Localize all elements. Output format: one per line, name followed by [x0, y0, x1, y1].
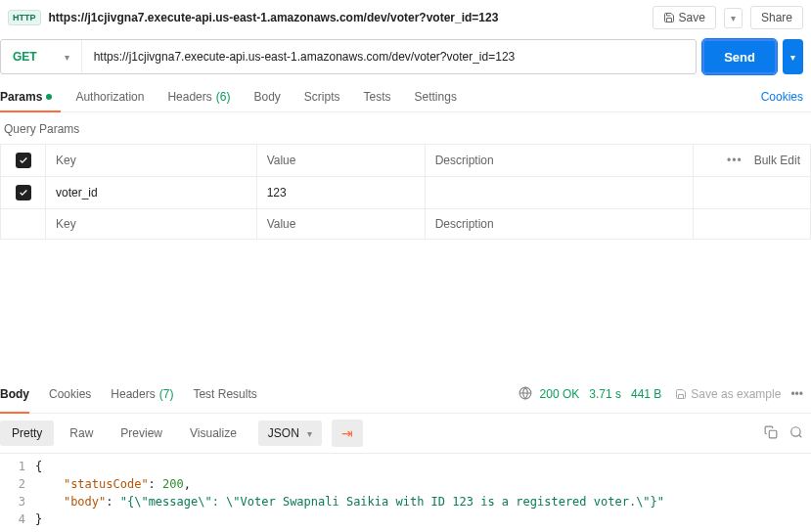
send-button[interactable]: Send: [702, 39, 777, 74]
tab-params-label: Params: [0, 90, 42, 104]
language-dropdown[interactable]: JSON▾: [258, 421, 322, 446]
save-icon: [675, 388, 687, 400]
response-tab-body[interactable]: Body: [0, 383, 29, 405]
col-desc: Description: [425, 145, 693, 177]
tab-params[interactable]: Params: [0, 82, 52, 111]
language-label: JSON: [268, 426, 299, 440]
param-value-placeholder[interactable]: Value: [256, 209, 425, 240]
method-selector[interactable]: GET ▾: [1, 40, 82, 73]
chevron-down-icon: ▾: [65, 52, 69, 63]
send-dropdown[interactable]: ▾: [783, 39, 803, 74]
tab-settings[interactable]: Settings: [415, 82, 457, 111]
search-icon[interactable]: [789, 425, 803, 442]
table-row: voter_id 123: [1, 177, 811, 209]
tab-headers[interactable]: Headers (6): [167, 82, 230, 111]
status-code: 200 OK: [540, 387, 580, 401]
share-button[interactable]: Share: [750, 6, 803, 29]
bulk-edit-link[interactable]: Bulk Edit: [754, 154, 800, 167]
param-value-cell[interactable]: 123: [256, 177, 425, 209]
chevron-down-icon: ▾: [307, 428, 312, 439]
save-dropdown[interactable]: ▾: [724, 8, 743, 28]
tab-tests[interactable]: Tests: [364, 82, 391, 111]
copy-icon[interactable]: [764, 425, 778, 442]
wrap-lines-icon[interactable]: ⇥: [332, 420, 363, 447]
col-value: Value: [256, 145, 425, 177]
more-options-icon[interactable]: •••: [727, 154, 743, 167]
globe-icon[interactable]: [518, 386, 532, 403]
param-desc-cell[interactable]: [425, 177, 693, 209]
response-tab-tests[interactable]: Test Results: [193, 383, 256, 405]
http-badge: HTTP: [8, 10, 41, 25]
formatter-pretty[interactable]: Pretty: [0, 421, 54, 446]
formatter-preview[interactable]: Preview: [109, 421, 174, 446]
svg-point-3: [791, 426, 800, 435]
line-gutter: 1234: [0, 458, 35, 528]
svg-rect-2: [769, 430, 777, 438]
row-checkbox[interactable]: [16, 185, 31, 200]
chevron-down-icon: ▾: [790, 52, 795, 63]
tab-scripts[interactable]: Scripts: [304, 82, 340, 111]
save-as-example[interactable]: Save as example: [675, 387, 781, 401]
select-all-checkbox[interactable]: [16, 153, 31, 168]
response-time: 3.71 s: [589, 387, 621, 401]
tab-title: https://j1cjivgna7.execute-api.us-east-1…: [49, 11, 645, 24]
formatter-visualize[interactable]: Visualize: [178, 421, 248, 446]
params-indicator-dot: [46, 94, 52, 100]
query-params-label: Query Params: [0, 112, 811, 144]
param-key-placeholder[interactable]: Key: [46, 209, 257, 240]
param-key-cell[interactable]: voter_id: [46, 177, 257, 209]
response-headers-count: (7): [159, 387, 174, 401]
save-as-example-label: Save as example: [691, 387, 781, 401]
save-icon: [663, 12, 675, 23]
code-lines: { "statusCode": 200, "body": "{\"message…: [35, 458, 811, 528]
tab-body[interactable]: Body: [253, 82, 280, 111]
response-tab-headers[interactable]: Headers (7): [111, 383, 173, 405]
tab-headers-label: Headers: [167, 90, 211, 104]
response-tab-cookies[interactable]: Cookies: [49, 383, 91, 405]
headers-count: (6): [216, 90, 231, 104]
tab-authorization[interactable]: Authorization: [75, 82, 144, 111]
save-label: Save: [679, 11, 705, 24]
response-body[interactable]: 1234 { "statusCode": 200, "body": "{\"me…: [0, 454, 811, 532]
col-key: Key: [46, 145, 257, 177]
formatter-raw[interactable]: Raw: [58, 421, 105, 446]
response-size: 441 B: [631, 387, 661, 401]
method-label: GET: [13, 50, 37, 64]
query-params-table: Key Value Description •••Bulk Edit voter…: [0, 144, 811, 240]
svg-line-4: [799, 434, 802, 437]
response-tab-headers-label: Headers: [111, 387, 155, 401]
save-button[interactable]: Save: [653, 6, 716, 29]
url-input[interactable]: [82, 40, 697, 73]
param-desc-placeholder[interactable]: Description: [425, 209, 693, 240]
active-tab-underline: [0, 111, 61, 112]
table-row-new: Key Value Description: [1, 209, 811, 240]
more-icon[interactable]: •••: [790, 387, 803, 401]
chevron-down-icon: ▾: [731, 13, 736, 23]
cookies-link[interactable]: Cookies: [761, 90, 803, 104]
